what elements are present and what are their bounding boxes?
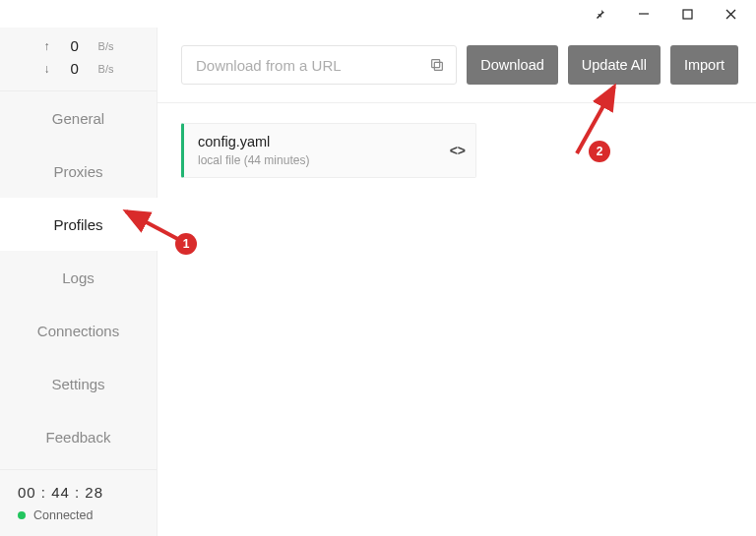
minimize-button[interactable] (622, 0, 665, 28)
code-icon[interactable]: < > (450, 143, 464, 158)
upload-speed-value: 0 (69, 37, 81, 54)
upload-arrow-icon: ↑ (43, 39, 51, 53)
paste-icon[interactable] (418, 46, 456, 84)
pin-icon[interactable] (579, 0, 622, 28)
nav-item-settings[interactable]: Settings (0, 357, 157, 410)
sidebar: ↑ 0 B/s ↓ 0 B/s General Proxies Profiles… (0, 28, 158, 536)
nav-item-proxies[interactable]: Proxies (0, 145, 157, 198)
profile-card[interactable]: config.yaml local file (44 minutes) < > (181, 123, 476, 178)
toolbar: Download Update All Import (158, 28, 756, 103)
svg-rect-5 (432, 60, 440, 68)
profile-title: config.yaml (198, 134, 462, 149)
nav-item-feedback[interactable]: Feedback (0, 410, 157, 463)
close-button[interactable] (709, 0, 752, 28)
profiles-list: config.yaml local file (44 minutes) < > (158, 103, 756, 198)
nav-item-logs[interactable]: Logs (0, 251, 157, 304)
sidebar-nav: General Proxies Profiles Logs Connection… (0, 90, 157, 463)
maximize-button[interactable] (665, 0, 709, 28)
svg-rect-4 (435, 62, 443, 70)
status-label: Connected (33, 508, 93, 522)
url-input-wrap (181, 45, 457, 85)
nav-item-profiles[interactable]: Profiles (0, 198, 158, 251)
download-speed-value: 0 (69, 60, 81, 77)
download-speed-unit: B/s (98, 63, 114, 75)
url-input[interactable] (182, 57, 418, 74)
upload-speed-unit: B/s (98, 40, 114, 52)
nav-item-connections[interactable]: Connections (0, 304, 157, 357)
download-button[interactable]: Download (467, 45, 558, 85)
status-panel: 00 : 44 : 28 Connected (0, 469, 157, 536)
update-all-button[interactable]: Update All (568, 45, 661, 85)
nav-item-general[interactable]: General (0, 91, 157, 145)
svg-rect-1 (683, 10, 692, 19)
uptime-value: 00 : 44 : 28 (18, 484, 139, 501)
profile-subtitle: local file (44 minutes) (198, 153, 462, 167)
status-dot-icon (18, 511, 26, 519)
window-titlebar (0, 0, 756, 28)
download-arrow-icon: ↓ (43, 62, 51, 76)
speed-indicator: ↑ 0 B/s ↓ 0 B/s (0, 28, 157, 90)
import-button[interactable]: Import (670, 45, 738, 85)
annotation-badge-1: 1 (175, 233, 197, 255)
main-panel: Download Update All Import config.yaml l… (158, 28, 756, 536)
